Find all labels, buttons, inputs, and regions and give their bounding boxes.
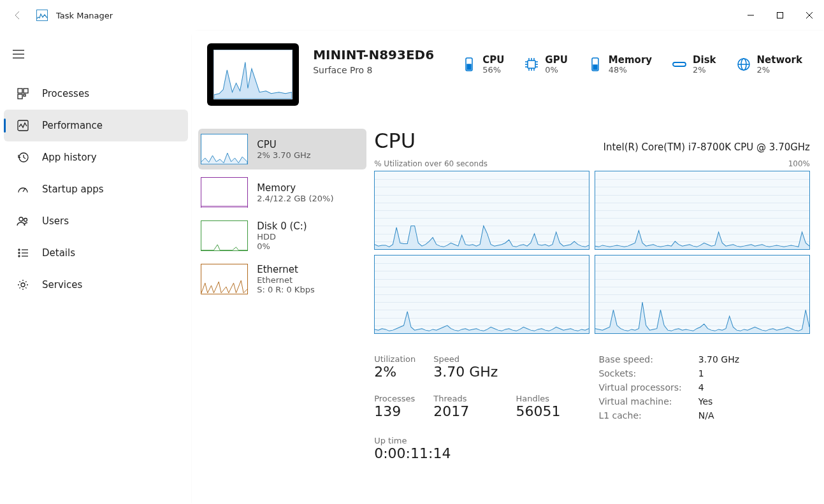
stats-right: Base speed:3.70 GHz Sockets:1 Virtual pr… (598, 354, 739, 421)
nav-label: Startup apps (42, 184, 104, 195)
nav-label: App history (42, 152, 97, 163)
nav-label: Users (42, 215, 69, 227)
nav-users[interactable]: Users (4, 205, 188, 237)
sidebar: Processes Performance App history Startu… (0, 31, 192, 504)
cpu-bar-icon (461, 56, 477, 73)
host-info: MININT-N893ED6 Surface Pro 8 (313, 47, 447, 75)
nav-services[interactable]: Services (4, 269, 188, 301)
svg-marker-48 (375, 226, 589, 249)
svg-point-17 (18, 249, 20, 250)
cpu-chart-2 (374, 255, 589, 334)
stat-uptime: 0:00:11:14 (374, 445, 810, 461)
svg-point-18 (18, 252, 20, 254)
maximize-button[interactable] (765, 4, 795, 27)
back-button[interactable] (6, 4, 29, 27)
perf-item-disk[interactable]: Disk 0 (C:)HDD 0% (198, 215, 366, 256)
stat-speed: 3.70 GHz (433, 364, 498, 380)
svg-point-19 (18, 256, 20, 257)
stat-utilization: 2% (374, 364, 416, 380)
stat-handles: 56051 (516, 403, 560, 419)
svg-point-15 (19, 217, 23, 221)
nav-label: Details (42, 247, 75, 259)
svg-rect-9 (24, 89, 28, 93)
quick-stats: CPU56% GPU0% Memory48% Disk2% Network2% (461, 55, 802, 75)
axis-right-label: 100% (788, 159, 810, 168)
svg-marker-51 (595, 302, 809, 333)
svg-point-16 (24, 219, 27, 222)
mini-chart-disk (201, 220, 248, 251)
activity-icon (15, 118, 31, 133)
perf-resource-list: CPU2% 3.70 GHz Memory2.4/12.2 GB (20%) D… (198, 125, 366, 491)
host-model: Surface Pro 8 (313, 65, 447, 75)
grid-icon (15, 86, 31, 101)
perf-item-memory[interactable]: Memory2.4/12.2 GB (20%) (198, 172, 366, 213)
svg-rect-10 (18, 94, 22, 99)
cpu-chart-1 (595, 171, 810, 250)
header-card: MININT-N893ED6 Surface Pro 8 CPU56% GPU0… (192, 31, 824, 121)
svg-point-23 (21, 283, 25, 287)
perf-main: CPU Intel(R) Core(TM) i7-8700K CPU @ 3.7… (374, 125, 810, 491)
close-button[interactable] (795, 4, 824, 27)
nav-processes[interactable]: Processes (4, 78, 188, 110)
quick-stat-disk[interactable]: Disk2% (671, 55, 716, 75)
svg-rect-8 (18, 89, 22, 93)
quick-stat-gpu[interactable]: GPU0% (523, 55, 568, 75)
chip-icon (523, 56, 540, 73)
nav-startup-apps[interactable]: Startup apps (4, 173, 188, 205)
svg-rect-42 (673, 62, 686, 66)
users-icon (15, 213, 31, 229)
svg-marker-24 (214, 62, 292, 99)
axis-left-label: % Utilization over 60 seconds (374, 159, 488, 168)
svg-rect-0 (37, 10, 48, 21)
perf-item-cpu[interactable]: CPU2% 3.70 GHz (198, 129, 366, 169)
nav-label: Performance (42, 120, 103, 131)
app-title: Task Manager (56, 11, 113, 20)
svg-rect-2 (777, 13, 783, 18)
titlebar: Task Manager (0, 0, 824, 31)
quick-stat-network[interactable]: Network2% (735, 55, 802, 75)
stat-processes: 139 (374, 403, 416, 419)
perf-item-ethernet[interactable]: EthernetEthernet S: 0 R: 0 Kbps (198, 259, 366, 299)
mini-chart-ethernet (201, 264, 248, 294)
quick-stat-cpu[interactable]: CPU56% (461, 55, 504, 75)
quick-stat-memory[interactable]: Memory48% (587, 55, 652, 75)
resource-title: CPU (374, 129, 416, 153)
host-name: MININT-N893ED6 (313, 47, 447, 62)
hamburger-button[interactable] (4, 42, 33, 66)
svg-rect-11 (24, 94, 25, 96)
globe-icon (735, 56, 752, 73)
minimize-button[interactable] (736, 4, 765, 27)
svg-rect-27 (528, 61, 535, 68)
gauge-icon (15, 182, 31, 197)
svg-rect-41 (593, 65, 597, 69)
gear-icon (15, 277, 31, 292)
header-thumbnail (207, 43, 299, 106)
list-icon (15, 245, 31, 261)
memory-bar-icon (587, 56, 604, 73)
nav-details[interactable]: Details (4, 237, 188, 269)
stat-threads: 2017 (433, 403, 498, 419)
nav-label: Services (42, 279, 82, 291)
nav-app-history[interactable]: App history (4, 141, 188, 173)
app-icon (36, 9, 48, 22)
content: MININT-N893ED6 Surface Pro 8 CPU56% GPU0… (192, 31, 824, 504)
disk-icon (671, 56, 688, 73)
svg-rect-26 (467, 64, 471, 69)
mini-chart-memory (201, 177, 248, 208)
cpu-chart-0 (374, 171, 589, 250)
history-icon (15, 150, 31, 165)
nav-performance[interactable]: Performance (4, 110, 188, 141)
cpu-model: Intel(R) Core(TM) i7-8700K CPU @ 3.70GHz (603, 141, 810, 153)
uptime-block: Up time 0:00:11:14 (374, 436, 810, 461)
cpu-charts-grid (374, 171, 810, 334)
stats-left: Utilization 2% Speed 3.70 GHz Processes … (374, 354, 560, 421)
mini-chart-cpu (201, 134, 248, 164)
cpu-chart-3 (595, 255, 810, 334)
nav-label: Processes (42, 88, 89, 99)
